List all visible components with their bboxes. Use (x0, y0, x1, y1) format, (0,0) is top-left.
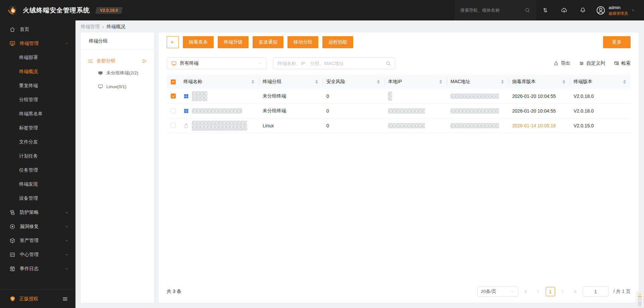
sidebar-subitem-分组管理[interactable]: 分组管理 (0, 93, 75, 107)
current-page-button[interactable]: 1 (546, 287, 555, 296)
chevron-down-icon (65, 239, 69, 243)
column-header-病毒库版本[interactable]: 病毒库版本 (509, 78, 570, 86)
monitor-icon (171, 61, 177, 66)
terminal-search-input[interactable] (277, 61, 385, 66)
collapse-tree-icon[interactable] (142, 58, 147, 64)
sidebar-subitem-终端部署[interactable]: 终端部署 (0, 51, 75, 65)
sidebar-subitem-文件分发[interactable]: 文件分发 (0, 135, 75, 149)
toolbar-button-移动分组[interactable]: 移动分组 (287, 36, 318, 48)
sidebar-subitem-标签管理[interactable]: 标签管理 (0, 121, 75, 135)
toolbar-button-发送通知[interactable]: 发送通知 (253, 36, 283, 48)
terminal-table: 终端名称终端分组安全风险本地IPMAC地址病毒库版本终端版本 未分组终端0202… (167, 75, 631, 133)
back-button[interactable] (167, 36, 179, 48)
first-page-icon[interactable] (522, 287, 530, 296)
sidebar-item-中心管理[interactable]: 中心管理 (0, 248, 75, 262)
sidebar-item-资产管理[interactable]: 资产管理 (0, 234, 75, 248)
tree-node-label: 未分组终端(2/2) (106, 70, 138, 76)
license-badge-icon (9, 296, 16, 302)
row-checkbox[interactable] (171, 108, 176, 113)
total-pages: / 共 1 页 (613, 289, 631, 295)
nav-search[interactable] (455, 0, 536, 20)
action-label: 检索 (621, 60, 631, 66)
column-header-MAC地址[interactable]: MAC地址 (447, 78, 509, 86)
nav-search-input[interactable] (461, 8, 522, 13)
last-page-icon[interactable] (571, 287, 579, 296)
sidebar-subitem-终端发现[interactable]: 终端发现 (0, 177, 75, 191)
menu-collapse-icon[interactable] (62, 296, 68, 302)
column-header-终端版本[interactable]: 终端版本 (570, 78, 631, 86)
monitor-filled-icon (98, 70, 103, 76)
page-size-select[interactable]: 20条/页 (477, 287, 518, 297)
tree-node-未分组终端(2/2)[interactable]: 未分组终端(2/2) (86, 66, 149, 80)
table-row[interactable]: Linux02026-01-14 10:05:18V2.0.15.0 (167, 118, 631, 133)
sort-icons (501, 80, 504, 84)
data-transfer-icon[interactable] (536, 7, 555, 13)
more-button[interactable]: 更多 (603, 36, 631, 48)
chevron-down-icon (65, 253, 69, 257)
action-导出[interactable]: 导出 (553, 60, 570, 66)
bell-icon[interactable] (574, 7, 592, 13)
sidebar-subitem-终端概况[interactable]: 终端概况 (0, 65, 75, 79)
toolbar-button-远程协助[interactable]: 远程协助 (322, 36, 353, 48)
header-checkbox-cell (167, 78, 180, 86)
column-header-终端分组[interactable]: 终端分组 (259, 78, 323, 86)
sidebar-subitem-重复终端[interactable]: 重复终端 (0, 79, 75, 93)
table-row[interactable]: 未分组终端02026-01-20 10:04:55V2.0.18.0 (167, 89, 631, 104)
sidebar-subitem-任务管理[interactable]: 任务管理 (0, 163, 75, 177)
terminal-filter-select[interactable]: 所有终端 (167, 57, 266, 69)
tree-nodes: 未分组终端(2/2)Linux(0/1) (86, 66, 149, 93)
toolbar-button-病毒查杀[interactable]: 病毒查杀 (183, 36, 214, 48)
terminal-overview-card: 病毒查杀终端升级发送通知移动分组远程协助 更多 所有终端 (159, 33, 639, 303)
user-name: admin (609, 5, 621, 10)
next-page-icon[interactable] (558, 287, 567, 296)
sidebar-item-首页[interactable]: 首页 (0, 22, 75, 37)
page-minimap-widget[interactable] (636, 292, 644, 308)
column-header-安全风险[interactable]: 安全风险 (323, 78, 385, 86)
action-检索[interactable]: 检索 (614, 60, 631, 66)
sidebar-item-label: 防护策略 (20, 209, 39, 215)
row-checkbox-cell (167, 123, 180, 128)
action-label: 导出 (561, 60, 570, 66)
search-icon (525, 7, 530, 13)
toolbar-button-终端升级[interactable]: 终端升级 (218, 36, 249, 48)
page-jump-input[interactable] (583, 287, 609, 297)
license-bar[interactable]: 正版授权 (0, 289, 75, 308)
risk-value: 0 (326, 108, 329, 114)
sidebar-item-事件日志[interactable]: 事件日志 (0, 262, 75, 276)
sidebar-subitem-计划任务[interactable]: 计划任务 (0, 149, 75, 163)
sidebar-subitem-终端黑名单[interactable]: 终端黑名单 (0, 107, 75, 121)
column-header-本地IP[interactable]: 本地IP (385, 78, 447, 86)
group-value: Linux (263, 123, 274, 128)
terminal-search-box[interactable] (273, 57, 395, 69)
table-row[interactable]: 未分组终端02026-01-20 10:04:55V2.0.18.0 (167, 104, 631, 118)
column-label: MAC地址 (450, 79, 470, 85)
virus-db-cell: 2026-01-20 10:04:55 (509, 94, 570, 99)
sidebar-item-终端管理[interactable]: 终端管理 (0, 37, 75, 51)
windows-logo-icon (183, 108, 189, 114)
group-cell: 未分组终端 (259, 93, 323, 99)
table-body: 未分组终端02026-01-20 10:04:55V2.0.18.0未分组终端0… (167, 89, 631, 133)
row-checkbox-cell (167, 94, 180, 99)
tree-node-Linux(0/1)[interactable]: Linux(0/1) (86, 80, 149, 93)
action-自定义列[interactable]: 自定义列 (579, 60, 605, 66)
upload-cloud-icon[interactable] (555, 7, 574, 14)
sidebar-item-漏洞修复[interactable]: 漏洞修复 (0, 220, 75, 234)
column-label: 本地IP (388, 79, 402, 85)
risk-cell: 0 (323, 123, 385, 128)
breadcrumb-parent[interactable]: 终端管理 (81, 24, 100, 30)
group-cell: 未分组终端 (259, 108, 323, 114)
row-checkbox[interactable] (171, 94, 176, 99)
tree-root-all-groups[interactable]: 全部分组 (86, 56, 149, 66)
event-log-icon (9, 266, 15, 272)
select-all-checkbox[interactable] (171, 79, 176, 84)
sidebar-subitem-设备管理[interactable]: 设备管理 (0, 191, 75, 205)
column-header-终端名称[interactable]: 终端名称 (180, 78, 259, 86)
prev-page-icon[interactable] (534, 287, 542, 296)
column-label: 终端名称 (183, 79, 202, 85)
sidebar-item-label: 漏洞修复 (20, 224, 39, 230)
version-cell: V2.0.18.0 (570, 94, 631, 99)
user-menu[interactable]: admin 超级管理员 (592, 5, 644, 16)
row-checkbox[interactable] (171, 123, 176, 128)
sidebar-item-防护策略[interactable]: 防护策略 (0, 205, 75, 220)
vulnerability-icon (9, 224, 15, 230)
